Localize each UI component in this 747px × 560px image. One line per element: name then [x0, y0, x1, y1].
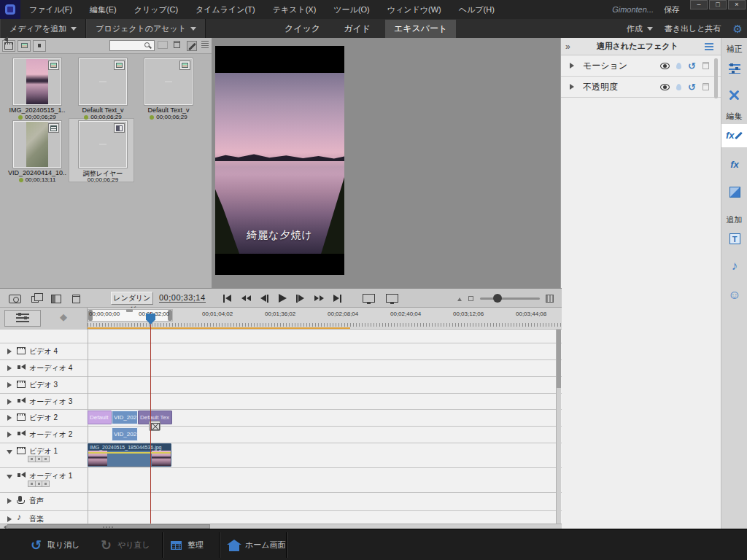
collapse-icon[interactable]: [7, 450, 12, 457]
asset-tile[interactable]: IMG_20240515_1.. 00;00;06;29: [6, 58, 69, 121]
menu-file[interactable]: ファイル(F): [20, 4, 81, 15]
create-button[interactable]: 作成: [627, 23, 653, 34]
step-back-button[interactable]: [260, 295, 268, 303]
delete-effect-icon[interactable]: [703, 62, 709, 69]
vscroll-thumb[interactable]: [557, 330, 561, 388]
maximize-button[interactable]: □: [709, 0, 727, 9]
expand-icon[interactable]: [7, 432, 15, 438]
undo-button[interactable]: ↺ 取り消し: [31, 529, 80, 560]
track-video-1[interactable]: ビデオ 1: [0, 443, 562, 467]
collapse-icon[interactable]: [7, 475, 12, 482]
new-folder-icon[interactable]: [158, 41, 168, 49]
expand-icon[interactable]: [7, 365, 15, 371]
step-forward-button[interactable]: [296, 295, 304, 303]
timeline-vscrollbar[interactable]: [556, 330, 561, 524]
panel-scrollbar[interactable]: [714, 58, 718, 98]
asset-tile[interactable]: Default Text_v 00;00;06;29: [71, 58, 134, 121]
expand-icon[interactable]: [7, 516, 15, 522]
menu-clip[interactable]: クリップ(C): [125, 4, 187, 15]
tab-quick[interactable]: クイック: [276, 20, 329, 38]
menu-timeline[interactable]: タイムライン(T): [187, 4, 264, 15]
fade-drop-icon[interactable]: [676, 63, 681, 69]
expand-icon[interactable]: [570, 63, 577, 69]
track-audio-4[interactable]: オーディオ 4: [0, 359, 562, 376]
menu-text[interactable]: テキスト(X): [264, 4, 325, 15]
trash-icon[interactable]: [72, 295, 80, 303]
play-button[interactable]: [279, 294, 287, 303]
visibility-eye-icon[interactable]: [660, 63, 670, 69]
transitions-button[interactable]: [721, 187, 747, 198]
goto-end-button[interactable]: [333, 295, 341, 303]
shuttle-right-button[interactable]: [314, 295, 324, 301]
tab-guide[interactable]: ガイド: [335, 20, 379, 38]
shuttle-left-button[interactable]: [241, 295, 251, 301]
track-music[interactable]: ♪音楽: [0, 510, 562, 524]
track-video-2[interactable]: ビデオ 2: [0, 409, 562, 426]
expand-icon[interactable]: [7, 415, 15, 421]
asset-tile[interactable]: Default Text_v 00;00;06;29: [137, 58, 200, 121]
music-button[interactable]: ♪: [721, 260, 747, 272]
list-view-icon[interactable]: [201, 41, 209, 48]
redo-button[interactable]: ↻ やり直し: [101, 529, 150, 560]
duplicate-icon[interactable]: [31, 296, 39, 303]
work-area-grip[interactable]: [126, 309, 133, 312]
zoom-slider-knob[interactable]: [493, 294, 502, 303]
snapshot-camera-icon[interactable]: [9, 295, 21, 303]
time-ruler[interactable]: 00;00;00;00 00;00;32;00 00;01;04;02 00;0…: [88, 308, 562, 330]
reset-icon[interactable]: ↺: [688, 61, 696, 71]
minimize-button[interactable]: –: [690, 0, 708, 9]
expand-icon[interactable]: [7, 498, 15, 504]
goto-start-button[interactable]: [223, 295, 231, 303]
gear-icon[interactable]: ⚙: [733, 23, 743, 34]
properties-icon[interactable]: [51, 295, 61, 303]
menu-window[interactable]: ウィンドウ(W): [379, 4, 450, 15]
video-preview[interactable]: 綺麗な夕焼け: [215, 46, 344, 275]
save-button[interactable]: 保存: [664, 4, 680, 15]
expand-icon[interactable]: [7, 382, 15, 388]
collapse-panel-icon[interactable]: »: [565, 42, 570, 52]
render-button[interactable]: レンダリング: [111, 292, 153, 305]
show-keyframes-icon[interactable]: [705, 43, 713, 50]
preview-monitor-icon[interactable]: [363, 294, 375, 303]
track-display-settings-button[interactable]: [4, 310, 41, 327]
filter-audio-button[interactable]: [33, 40, 46, 52]
effects-button[interactable]: fx: [721, 159, 747, 170]
effect-row-motion[interactable]: モーション ↺: [561, 55, 721, 77]
track-video-3[interactable]: ビデオ 3: [0, 376, 562, 393]
asset-tile-selected[interactable]: 調整レイヤー 00;00;06;29: [71, 121, 134, 184]
zoom-slider-track[interactable]: [480, 298, 540, 300]
titles-button[interactable]: T: [721, 233, 747, 244]
expand-icon[interactable]: [570, 84, 577, 90]
track-video-4[interactable]: ビデオ 4: [0, 343, 562, 359]
export-share-button[interactable]: 書き出しと共有: [665, 23, 721, 34]
track-audio-3[interactable]: オーディオ 3: [0, 393, 562, 409]
marker-diamond-icon[interactable]: ◆: [60, 311, 67, 322]
fullscreen-monitor-icon[interactable]: [386, 294, 398, 303]
clip-vid-selected[interactable]: VID_202: [112, 411, 138, 424]
filter-image-button[interactable]: [18, 40, 31, 52]
track-narration[interactable]: 音声: [0, 492, 562, 510]
delete-effect-icon[interactable]: [703, 83, 709, 90]
pen-tool-button[interactable]: [187, 41, 197, 51]
clip-default-text[interactable]: Default: [88, 411, 112, 424]
tab-expert[interactable]: エキスパート: [385, 20, 456, 38]
clip-vid-audio[interactable]: VID_202: [112, 427, 138, 441]
organize-button[interactable]: 整理: [171, 529, 204, 560]
trash-icon[interactable]: [174, 41, 180, 48]
reset-icon[interactable]: ↺: [688, 82, 696, 92]
effect-row-opacity[interactable]: 不透明度 ↺: [561, 77, 721, 98]
clip-image[interactable]: IMG_20240515_185044536.jpg: [88, 443, 171, 467]
track-audio-2[interactable]: オーディオ 2: [0, 426, 562, 443]
menu-tools[interactable]: ツール(O): [325, 4, 378, 15]
home-button[interactable]: ホーム画面: [229, 529, 286, 560]
tools-button[interactable]: [721, 89, 747, 102]
zoom-in-icon[interactable]: [546, 295, 554, 303]
keyframe-nav-buttons[interactable]: [28, 481, 50, 487]
visibility-eye-icon[interactable]: [660, 84, 670, 90]
menu-help[interactable]: ヘルプ(H): [450, 4, 503, 15]
expand-icon[interactable]: [7, 399, 15, 405]
timeline-hscrollbar[interactable]: [0, 524, 562, 529]
zoom-small-icon[interactable]: [468, 296, 473, 301]
project-assets-button[interactable]: プロジェクトのアセット: [86, 19, 206, 38]
graphics-button[interactable]: ☺: [721, 289, 747, 301]
